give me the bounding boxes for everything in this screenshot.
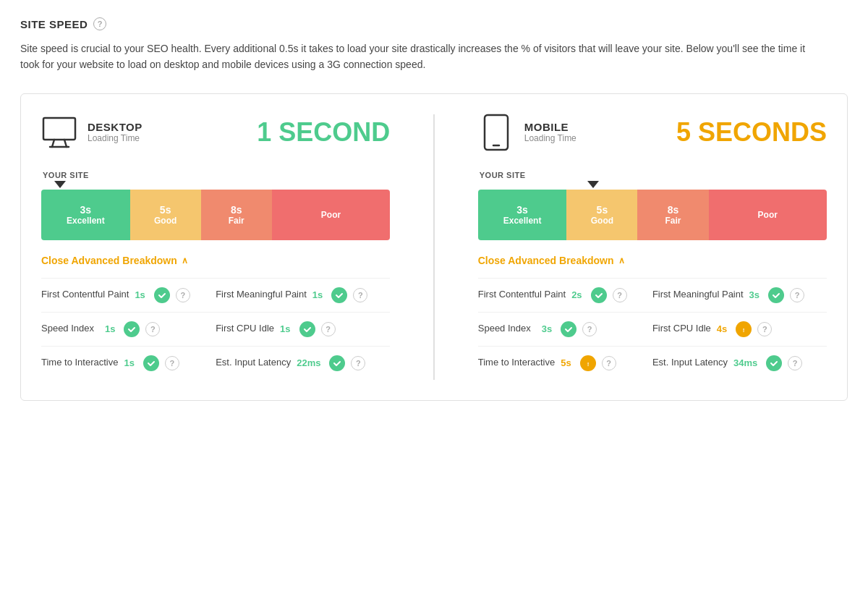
desktop-breakdown-grid: First Contentful Paint 1s ? First Meanin…	[41, 278, 390, 380]
mobile-speed-bar: 3s Excellent 5s Good 8s Fair Poor	[478, 190, 827, 240]
mobile-fmp-help-icon[interactable]: ?	[790, 288, 804, 302]
desktop-chevron-up-icon: ∧	[182, 255, 188, 266]
desktop-fcp-help-icon[interactable]: ?	[176, 288, 190, 302]
desktop-close-breakdown[interactable]: Close Advanced Breakdown ∧	[41, 255, 390, 266]
mobile-breakdown-fmp: First Meaningful Paint 3s ?	[652, 278, 827, 312]
desktop-fmp-check-icon	[331, 287, 347, 303]
desktop-eil-help-icon[interactable]: ?	[351, 356, 365, 370]
title-help-icon[interactable]: ?	[93, 17, 106, 30]
mobile-si-check-icon	[561, 321, 576, 337]
mobile-bar-excellent: 3s Excellent	[478, 190, 567, 240]
mobile-bar-poor: Poor	[709, 190, 827, 240]
mobile-label-group: MOBILE Loading Time	[524, 121, 576, 143]
desktop-arrow	[54, 181, 66, 188]
main-card: DESKTOP Loading Time 1 SECOND YOUR SITE …	[20, 93, 848, 401]
mobile-name: MOBILE	[524, 121, 576, 133]
desktop-label-group: DESKTOP Loading Time	[88, 121, 142, 143]
desktop-subtitle: Loading Time	[88, 133, 142, 143]
desktop-fcp-check-icon	[154, 287, 170, 303]
desktop-bar-poor: Poor	[272, 190, 390, 240]
mobile-fci-help-icon[interactable]: ?	[757, 322, 772, 336]
desktop-name: DESKTOP	[88, 121, 142, 133]
mobile-tti-help-icon[interactable]: ?	[602, 356, 616, 370]
mobile-subtitle: Loading Time	[524, 133, 576, 143]
desktop-icon	[41, 114, 77, 150]
mobile-section: MOBILE Loading Time 5 SECONDS YOUR SITE …	[478, 114, 827, 380]
mobile-your-site-label: YOUR SITE	[480, 171, 827, 179]
mobile-breakdown-fci: First CPU Idle 4s ! ?	[652, 312, 827, 346]
mobile-arrow-wrapper	[583, 181, 827, 188]
desktop-section: DESKTOP Loading Time 1 SECOND YOUR SITE …	[41, 114, 390, 380]
mobile-speed-bar-section: YOUR SITE 3s Excellent 5s Good 8s Fair	[478, 171, 827, 240]
desktop-bar-fair: 8s Fair	[201, 190, 272, 240]
mobile-tti-warn-icon: !	[580, 355, 596, 371]
desktop-bar-excellent: 3s Excellent	[41, 190, 130, 240]
desktop-breakdown-fci: First CPU Idle 1s ?	[216, 312, 390, 346]
desktop-si-check-icon	[124, 321, 140, 337]
mobile-fcp-check-icon	[591, 287, 607, 303]
desktop-breakdown-fcp: First Contentful Paint 1s ?	[41, 278, 216, 312]
page-title: SITE SPEED ?	[20, 17, 848, 30]
desktop-header: DESKTOP Loading Time 1 SECOND	[41, 114, 390, 150]
desktop-speed-bar-section: YOUR SITE 3s Excellent 5s Good 8s Fair	[41, 171, 390, 240]
desktop-loading-time: 1 SECOND	[257, 117, 390, 148]
desktop-breakdown-fmp: First Meaningful Paint 1s ?	[216, 278, 390, 312]
svg-text:!: !	[743, 326, 745, 333]
mobile-bar-fair: 8s Fair	[637, 190, 708, 240]
mobile-icon	[478, 114, 514, 150]
mobile-si-help-icon[interactable]: ?	[582, 322, 597, 336]
desktop-fmp-help-icon[interactable]: ?	[353, 288, 367, 302]
desktop-arrow-wrapper	[50, 181, 390, 188]
desktop-bar-good: 5s Good	[130, 190, 201, 240]
mobile-bar-good: 5s Good	[566, 190, 637, 240]
desktop-your-site-label: YOUR SITE	[43, 171, 390, 179]
mobile-breakdown-tti: Time to Interactive 5s ! ?	[478, 346, 652, 380]
mobile-fcp-help-icon[interactable]: ?	[613, 288, 627, 302]
vertical-divider	[433, 114, 435, 380]
mobile-breakdown-si: Speed Index 3s ?	[478, 312, 652, 346]
mobile-fmp-check-icon	[768, 287, 784, 303]
mobile-breakdown-fcp: First Contentful Paint 2s ?	[478, 278, 652, 312]
mobile-loading-time: 5 SECONDS	[676, 117, 827, 148]
desktop-speed-bar: 3s Excellent 5s Good 8s Fair Poor	[41, 190, 390, 240]
mobile-breakdown-grid: First Contentful Paint 2s ? First Meanin…	[478, 278, 827, 380]
svg-line-2	[64, 140, 67, 147]
mobile-arrow	[587, 181, 599, 188]
svg-line-1	[52, 140, 54, 147]
description: Site speed is crucial to your SEO health…	[20, 41, 816, 73]
desktop-fci-check-icon	[299, 321, 315, 337]
mobile-fci-warn-icon: !	[736, 321, 752, 337]
mobile-breakdown-eil: Est. Input Latency 34ms ?	[652, 346, 827, 380]
desktop-breakdown-si: Speed Index 1s ?	[41, 312, 216, 346]
desktop-breakdown-tti: Time to Interactive 1s ?	[41, 346, 216, 380]
mobile-chevron-up-icon: ∧	[618, 255, 625, 266]
desktop-si-help-icon[interactable]: ?	[145, 322, 160, 336]
desktop-tti-help-icon[interactable]: ?	[165, 356, 179, 370]
desktop-tti-check-icon	[143, 355, 159, 371]
mobile-eil-help-icon[interactable]: ?	[788, 356, 802, 370]
svg-text:!: !	[587, 360, 589, 367]
desktop-breakdown-eil: Est. Input Latency 22ms ?	[216, 346, 390, 380]
mobile-eil-check-icon	[766, 355, 782, 371]
mobile-header: MOBILE Loading Time 5 SECONDS	[478, 114, 827, 150]
desktop-eil-check-icon	[329, 355, 345, 371]
mobile-close-breakdown[interactable]: Close Advanced Breakdown ∧	[478, 255, 827, 266]
desktop-fci-help-icon[interactable]: ?	[321, 322, 336, 336]
svg-rect-0	[43, 118, 75, 140]
